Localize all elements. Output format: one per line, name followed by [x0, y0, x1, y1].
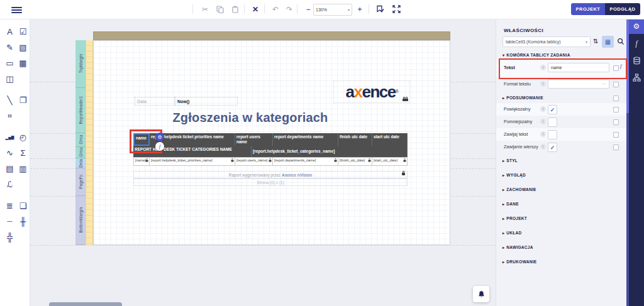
table-cell-finish[interactable]: finish utc date — [338, 133, 372, 146]
notifications-button[interactable] — [473, 286, 489, 302]
date-value-cell[interactable]: Now() — [175, 97, 238, 106]
gauge-icon[interactable]: ◴ — [16, 129, 30, 145]
undo-icon[interactable]: ↶ — [269, 3, 282, 16]
zoom-out-icon[interactable]: − — [302, 3, 314, 16]
section-cell-tasks[interactable]: ▾KOMÓRKA TABLICY ZADANIA — [502, 53, 570, 57]
podglad-button[interactable]: PODGLĄD — [605, 3, 640, 15]
detail-band-icon[interactable]: ≣ — [3, 198, 16, 214]
band-report-header[interactable]: ReportHeader1 — [75, 88, 86, 133]
bind-checkbox[interactable] — [613, 145, 619, 150]
subreport-icon[interactable]: ❏ — [16, 198, 30, 214]
clipboard-icon[interactable]: ▤ — [3, 161, 16, 177]
tekst-bind-checkbox[interactable] — [613, 65, 619, 71]
format-input[interactable]: ⋯ — [548, 79, 609, 89]
validate-icon[interactable] — [374, 3, 386, 16]
section-uklad[interactable]: ▸UKŁAD — [502, 231, 522, 235]
zoom-level-select[interactable]: 130% ▾ — [313, 4, 352, 16]
pivot-grid-icon[interactable]: Σ — [16, 145, 30, 161]
report-title[interactable]: Zgłoszenia w kategoriach — [93, 111, 408, 125]
top-margin-ruler[interactable] — [93, 31, 450, 40]
table-icon[interactable]: ▦ — [16, 55, 30, 71]
group-header-row: REPORT HELPDESK TICKET CATEGORIES NAME [… — [133, 146, 408, 157]
element-selector[interactable]: tableCell3 (Komórka tablicy) ▾ — [502, 36, 591, 47]
fx-icon[interactable]: f — [620, 63, 622, 69]
projekt-button[interactable]: PROJEKT — [571, 3, 605, 15]
zoom-in-icon[interactable]: + — [353, 3, 366, 16]
band-top-margin[interactable]: TopMargin — [75, 40, 86, 88]
format-bind-checkbox[interactable] — [613, 82, 619, 87]
sparkline-icon[interactable]: ∿ — [3, 145, 16, 161]
section-wyglad[interactable]: ▸WYGLĄD — [502, 173, 526, 177]
footer-page-number-cell[interactable]: Strona {0} z {1} — [133, 178, 408, 186]
check-box-icon[interactable]: ☑ — [16, 24, 30, 40]
pomniejszalny-checkbox[interactable] — [548, 117, 557, 127]
rich-text-icon[interactable]: ✎ — [3, 40, 16, 55]
signature-icon[interactable]: ℒ — [3, 177, 16, 192]
detail-cell-departments[interactable]: [report.departments_name] — [273, 157, 338, 166]
section-drukowanie[interactable]: ▸DRUKOWANIE — [502, 260, 536, 264]
detail-cell-start[interactable]: [start_utc_date] — [372, 157, 408, 166]
band-bottom-margin[interactable]: BottomMargin — [75, 196, 86, 245]
panel-icon[interactable]: ◫ — [3, 71, 16, 87]
tekst-input[interactable]: name — [548, 63, 609, 72]
sort-icon[interactable]: ⇅ — [593, 38, 598, 45]
fullscreen-icon[interactable] — [390, 3, 402, 16]
zawijaj-tekst-checkbox[interactable] — [548, 130, 557, 139]
summary-bind-checkbox[interactable] — [613, 96, 619, 101]
menu-icon[interactable] — [11, 6, 22, 14]
section-summary[interactable]: ▸PODSUMOWANIE — [502, 96, 543, 100]
group-field-cell[interactable]: [report.helpdesk_ticket_categories_name] — [252, 146, 408, 157]
page-break-icon[interactable]: ┄ — [3, 214, 16, 229]
redo-icon[interactable]: ↷ — [283, 3, 296, 16]
text-label-icon[interactable]: A — [3, 24, 16, 40]
vertical-band-icon[interactable]: ╫ — [16, 214, 30, 229]
properties-rail-gear-icon[interactable]: ⚙ — [629, 19, 644, 34]
data-source-rail-icon[interactable] — [629, 53, 644, 68]
detail-cell-users[interactable]: [report.users_name] — [235, 157, 273, 166]
pdf-content-icon[interactable]: ▥ — [16, 161, 30, 177]
detail-cell-finish[interactable]: [finish_utc_date] — [338, 157, 372, 166]
chart-icon[interactable]: ▂▅▇ — [3, 129, 16, 145]
line-icon[interactable]: ╲ — [3, 92, 16, 108]
table-cell-name[interactable]: name — [133, 133, 150, 146]
grid-view-toggle[interactable]: ▦ — [602, 36, 614, 48]
detail-cell-priorities[interactable]: [report.helpdesk_ticket_priorities_name] — [150, 157, 235, 166]
bind-checkbox[interactable] — [613, 119, 619, 125]
powiekszalny-checkbox[interactable]: ✓ — [548, 105, 557, 114]
section-dane[interactable]: ▸DANE — [502, 202, 519, 206]
detail-cell-name[interactable]: [name] — [133, 157, 150, 166]
cell-tasks-gear-button[interactable]: ⚙ — [155, 133, 164, 141]
cut-icon[interactable]: ✂ — [199, 3, 211, 16]
cross-band-icon[interactable]: ╬ — [3, 229, 16, 245]
section-projekt[interactable]: ▸PROJEKT — [502, 216, 527, 221]
band-detail[interactable]: Deta — [75, 158, 86, 168]
search-icon[interactable] — [617, 38, 625, 45]
cell-expression-button[interactable]: f — [155, 142, 164, 151]
report-structure-rail-icon[interactable] — [629, 70, 644, 85]
delete-icon[interactable]: ✕ — [249, 3, 262, 16]
band-group-header-1[interactable]: Grou — [75, 133, 86, 147]
band-group-header-2[interactable]: Grou — [75, 147, 86, 158]
date-label-cell[interactable]: Data — [135, 97, 175, 106]
footer-generated-cell[interactable]: Raport wygenerowany przez Axence nVision — [133, 171, 408, 178]
report-tab[interactable]: ✕ Zgłoszenia w kategoriach — [49, 302, 122, 306]
barcode-icon[interactable]: ‖‖ — [3, 108, 16, 124]
shape-icon[interactable]: ▭ — [3, 55, 16, 71]
table-cell-users[interactable]: report users name — [235, 133, 273, 146]
section-nawigacja[interactable]: ▸NAWIGACJA — [502, 245, 533, 249]
table-cell-departments[interactable]: report departments name — [273, 133, 338, 146]
paste-icon[interactable] — [229, 3, 242, 16]
bind-checkbox[interactable] — [613, 107, 619, 112]
shapes-icon[interactable]: ❐ — [16, 92, 30, 108]
section-styl[interactable]: ▸STYL — [502, 158, 518, 163]
logo-cell[interactable]: axence® — [333, 80, 410, 103]
picture-box-icon[interactable]: ▧ — [16, 40, 30, 55]
group-title-cell[interactable]: REPORT HELPDESK TICKET CATEGORIES NAME — [133, 146, 252, 157]
expressions-rail-icon[interactable]: f — [629, 36, 644, 51]
band-page-footer[interactable]: PageFo — [75, 168, 86, 196]
copy-icon[interactable] — [214, 3, 226, 16]
bind-checkbox[interactable] — [613, 132, 619, 138]
section-zachowanie[interactable]: ▸ZACHOWANIE — [502, 187, 536, 192]
zawijanie-wierszy-checkbox[interactable]: ✓ — [548, 143, 557, 152]
table-cell-start[interactable]: start utc date — [372, 133, 408, 146]
